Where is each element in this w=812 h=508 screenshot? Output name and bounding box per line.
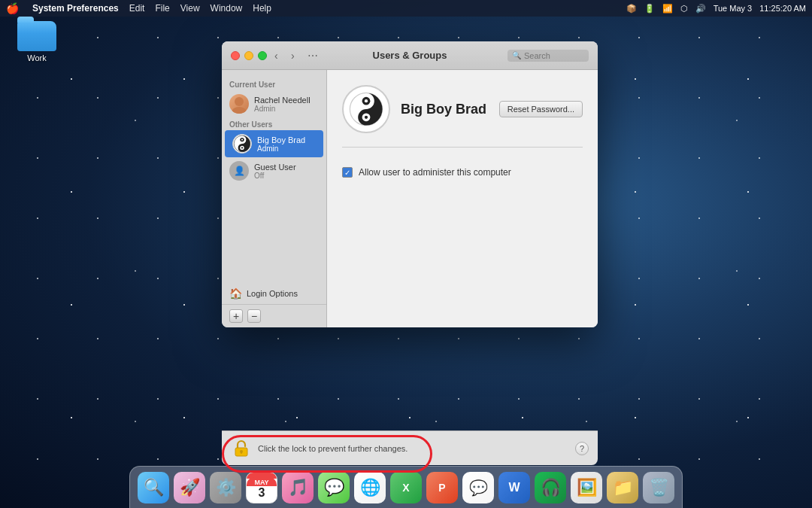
reset-password-button[interactable]: Reset Password... [499,101,583,117]
time: 11:25:20 AM [759,4,806,13]
window-body: Current User Rachel Needell Admin Other [222,70,598,327]
menu-edit[interactable]: View [180,3,200,14]
minimize-button[interactable] [244,51,253,60]
volume-icon: 🔊 [695,4,706,14]
sidebar-user-brad[interactable]: Big Boy Brad Admin [225,130,323,157]
user-role-brad: Admin [257,144,305,153]
wifi-icon: 📶 [662,4,673,14]
dock-system-preferences[interactable]: ⚙️ [210,472,241,503]
allow-admin-row[interactable]: Allow user to administer this computer [342,167,583,178]
bottom-bar: Click the lock to prevent further change… [222,430,598,465]
users-groups-window: ‹ › ⋯ Users & Groups 🔍 Current User [222,41,598,327]
svg-point-0 [235,97,244,106]
help-button[interactable]: ? [575,442,589,455]
dropbox-icon: 📦 [626,4,637,14]
avatar-brad [232,134,252,154]
dock-finder[interactable]: 🔍 [138,472,169,503]
svg-point-1 [232,107,247,114]
divider [342,147,583,148]
user-name-guest: Guest User [254,163,296,172]
current-user-label: Current User [222,78,326,90]
menu-help[interactable]: Help [253,3,271,14]
menu-view[interactable]: File [155,3,169,14]
menu-bar: 🍎 System Preferences Edit File View Wind… [0,0,812,17]
sidebar-user-guest[interactable]: 👤 Guest User Off [222,157,326,184]
user-role-guest: Off [254,172,296,180]
close-button[interactable] [231,51,240,60]
back-button[interactable]: ‹ [274,50,286,62]
sidebar-user-rachel[interactable]: Rachel Needell Admin [222,90,326,117]
dock-photos[interactable]: 🖼️ [571,472,602,503]
folder-icon [17,21,56,51]
sidebar: Current User Rachel Needell Admin Other [222,70,327,327]
dock-itunes[interactable]: 🎵 [282,472,314,503]
forward-button[interactable]: › [291,50,303,62]
svg-rect-14 [241,452,242,454]
user-name-rachel: Rachel Needell [254,96,311,105]
remove-user-button[interactable]: − [247,309,261,323]
avatar-rachel [229,94,249,114]
avatar-guest: 👤 [229,161,249,181]
lock-button[interactable] [231,438,252,459]
user-info-rachel: Rachel Needell Admin [254,96,311,113]
user-info-guest: Guest User Off [254,163,296,180]
grid-button[interactable]: ⋯ [308,50,318,62]
user-info-brad: Big Boy Brad Admin [257,135,305,153]
selected-user-name: Big Boy Brad [401,102,489,117]
titlebar: ‹ › ⋯ Users & Groups 🔍 [222,41,598,70]
desktop: 🍎 System Preferences Edit File View Wind… [0,0,812,508]
menu-bar-right: 📦 🔋 📶 ⬡ 🔊 Tue May 3 11:25:20 AM [626,4,806,14]
search-input[interactable] [524,51,584,60]
folder-label: Work [27,53,46,62]
login-options-label: Login Options [247,289,298,298]
lock-status-text: Click the lock to prevent further change… [258,444,408,453]
login-options-item[interactable]: 🏠 Login Options [222,283,326,304]
svg-point-6 [241,147,243,148]
allow-admin-checkbox[interactable] [342,167,353,178]
clock: Tue May 3 [714,4,753,13]
sidebar-bottom-actions: + − [222,304,326,327]
dock-launchpad[interactable]: 🚀 [174,472,205,503]
main-content: Big Boy Brad Reset Password... Allow use… [327,70,598,327]
svg-point-11 [365,116,368,119]
desktop-folder-work[interactable]: Work [10,21,64,62]
battery-icon: 🔋 [644,4,655,14]
traffic-lights [231,51,267,60]
dock-trash[interactable]: 🗑️ [643,472,674,503]
dock: 🔍 🚀 ⚙️ MAY 3 🎵 💬 🌐 X P 💬 W 🎧 🖼️ 📁 🗑️ [129,466,683,508]
menu-window[interactable]: Window [211,3,243,14]
dock-chrome[interactable]: 🌐 [354,472,386,503]
search-bar[interactable]: 🔍 [508,50,589,62]
window-title: Users & Groups [373,50,447,61]
lock-section: Click the lock to prevent further change… [231,438,408,459]
maximize-button[interactable] [258,51,267,60]
bluetooth-icon: ⬡ [680,4,688,14]
dock-word[interactable]: W [498,472,530,503]
dock-powerpoint[interactable]: P [426,472,458,503]
window-nav: ‹ › ⋯ [274,50,318,62]
app-name[interactable]: System Preferences [32,3,119,14]
apple-menu[interactable]: 🍎 [6,2,19,14]
user-name-brad: Big Boy Brad [257,135,305,144]
avatar-large-brad [342,85,390,133]
dock-slack[interactable]: 💬 [462,472,494,503]
search-icon: 🔍 [512,51,521,59]
user-header: Big Boy Brad Reset Password... [342,85,583,133]
svg-point-5 [241,139,243,141]
other-users-label: Other Users [222,117,326,130]
svg-point-10 [365,99,368,102]
dock-spotify[interactable]: 🎧 [535,472,566,503]
login-options-icon: 🏠 [229,287,242,300]
dock-excel[interactable]: X [390,472,422,503]
user-role-rachel: Admin [254,105,311,113]
add-user-button[interactable]: + [229,309,243,323]
dock-messages[interactable]: 💬 [318,472,350,503]
dock-file-manager[interactable]: 📁 [607,472,638,503]
dock-calendar[interactable]: MAY 3 [246,472,277,503]
allow-admin-label: Allow user to administer this computer [359,167,511,178]
menu-file[interactable]: Edit [129,3,145,14]
